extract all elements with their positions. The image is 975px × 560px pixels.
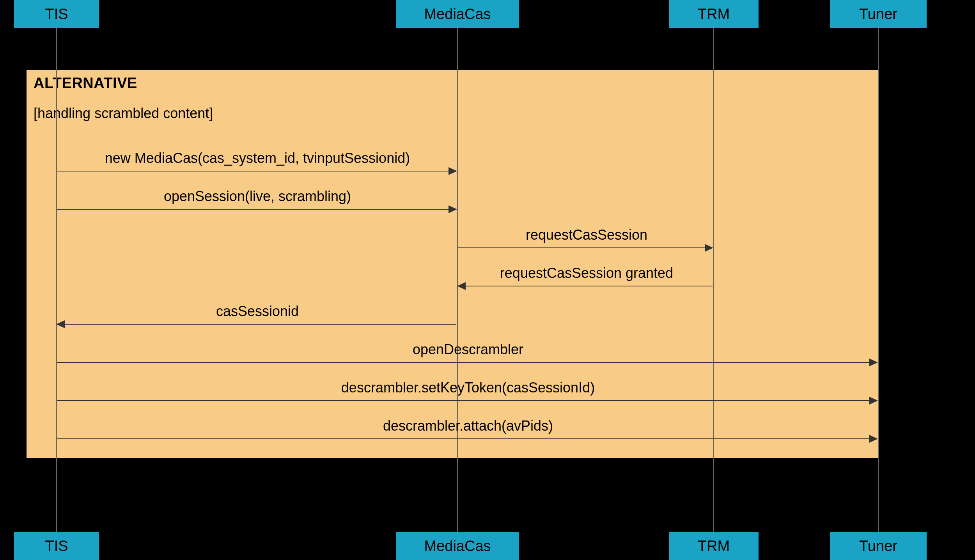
participant-trm-bottom: TRM (669, 532, 759, 560)
msg-cas-sessionid-label: casSessionid (66, 303, 448, 320)
msg-open-session-label: openSession(live, scrambling) (66, 188, 448, 205)
participant-tuner-bottom: Tuner (830, 532, 927, 560)
participant-tis-top: TIS (14, 0, 99, 28)
msg-new-mediacas (57, 171, 456, 171)
msg-request-cas-session (458, 247, 713, 248)
participant-tuner-top: Tuner (830, 0, 927, 28)
msg-new-mediacas-label: new MediaCas(cas_system_id, tvinputSessi… (66, 150, 448, 166)
msg-cas-sessionid (57, 324, 456, 325)
alt-guard: [handling scrambled content] (34, 105, 213, 122)
participant-tis-bottom: TIS (14, 532, 99, 560)
msg-open-session (57, 209, 456, 210)
msg-request-cas-session-label: requestCasSession (464, 227, 709, 243)
msg-open-descrambler-label: openDescrambler (66, 341, 870, 358)
participant-mediacas-top: MediaCas (396, 0, 519, 28)
msg-request-cas-session-granted (458, 286, 713, 286)
participant-trm-top: TRM (669, 0, 759, 28)
msg-set-key-token-label: descrambler.setKeyToken(casSessionId) (66, 380, 870, 396)
msg-request-cas-session-granted-label: requestCasSession granted (464, 265, 709, 281)
participant-mediacas-bottom: MediaCas (396, 532, 519, 560)
msg-descrambler-attach-label: descrambler.attach(avPids) (66, 418, 870, 434)
alt-title: ALTERNATIVE (34, 75, 137, 92)
lifeline-tuner-seg (878, 69, 879, 459)
msg-set-key-token (57, 400, 877, 401)
msg-descrambler-attach (57, 438, 877, 439)
msg-open-descrambler (57, 362, 877, 363)
